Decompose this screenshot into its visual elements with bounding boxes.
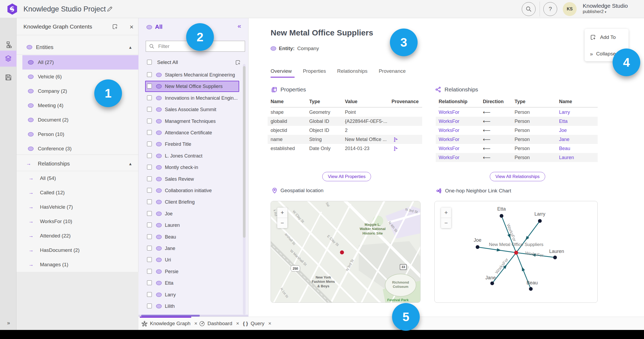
vertical-scrollbar-thumb[interactable] — [243, 66, 246, 238]
item-checkbox[interactable] — [147, 269, 152, 274]
sidebar-item-entity[interactable]: Meeting (4) — [17, 98, 138, 113]
item-checkbox[interactable] — [147, 246, 152, 251]
close-icon[interactable]: ✕ — [236, 321, 239, 326]
table-link[interactable]: Joe — [559, 128, 567, 133]
item-checkbox[interactable] — [147, 95, 152, 100]
list-item[interactable]: Client Briefing — [138, 196, 248, 208]
sidebar-item-relationship[interactable]: →HasDocument (2) — [17, 243, 138, 257]
sidebar-item-relationship[interactable]: →Called (12) — [17, 185, 138, 200]
collapse-panel-icon[interactable]: « — [238, 22, 241, 30]
item-checkbox[interactable] — [147, 257, 152, 262]
zoom-out-button[interactable]: − — [441, 218, 451, 228]
tab-overview[interactable]: Overview — [271, 68, 292, 76]
zoom-in-button[interactable]: + — [441, 208, 451, 218]
list-item[interactable]: Joe — [138, 208, 248, 219]
item-checkbox[interactable] — [147, 142, 152, 146]
map-widget[interactable]: k RdW Clay StSalMaggie L. Walker Nationa… — [271, 201, 421, 303]
item-checkbox[interactable] — [147, 153, 152, 158]
item-checkbox[interactable] — [147, 84, 152, 88]
table-link[interactable]: WorksFor — [439, 155, 459, 160]
item-checkbox[interactable] — [147, 234, 152, 239]
sidebar-item-entity[interactable]: Document (2) — [17, 113, 138, 127]
chart-center-node[interactable] — [514, 251, 518, 255]
item-checkbox[interactable] — [147, 199, 152, 204]
close-icon[interactable]: ✕ — [268, 321, 272, 326]
list-item[interactable]: Sales Review — [138, 173, 248, 185]
item-checkbox[interactable] — [147, 223, 152, 227]
zoom-out-button[interactable]: − — [277, 218, 287, 228]
chevron-up-icon[interactable]: ▲ — [128, 162, 132, 166]
item-checkbox[interactable] — [147, 211, 152, 216]
close-icon[interactable]: ✕ — [129, 24, 134, 30]
item-checkbox[interactable] — [147, 188, 152, 193]
list-item[interactable]: Staplers Mechanical Engineering — [138, 69, 248, 80]
item-checkbox[interactable] — [147, 119, 152, 123]
close-icon[interactable]: ✕ — [194, 321, 198, 326]
table-link[interactable]: WorksFor — [439, 119, 459, 124]
table-link[interactable]: Jane — [559, 137, 569, 142]
add-to-new-icon[interactable] — [112, 23, 118, 30]
table-link[interactable]: WorksFor — [439, 146, 459, 151]
list-item[interactable]: L. Jones Contract — [138, 150, 248, 162]
sidebar-item-relationship[interactable]: →Manages (1) — [17, 257, 138, 272]
chart-node[interactable] — [538, 219, 542, 223]
item-checkbox[interactable] — [147, 130, 152, 135]
sidebar-item-entity[interactable]: Vehicle (6) — [17, 70, 138, 84]
rail-item-schema[interactable] — [0, 37, 17, 53]
add-to-new-icon[interactable] — [235, 59, 241, 66]
chart-node[interactable] — [553, 256, 557, 259]
tab-properties[interactable]: Properties — [303, 68, 326, 76]
item-checkbox[interactable] — [147, 292, 152, 297]
list-item[interactable]: Collaboration initiative — [138, 185, 248, 196]
provenance-flag-icon[interactable] — [394, 137, 398, 142]
provenance-flag-icon[interactable] — [394, 146, 398, 151]
item-checkbox[interactable] — [147, 176, 152, 181]
table-link[interactable]: WorksFor — [439, 137, 459, 142]
tab-relationships[interactable]: Relationships — [337, 68, 368, 76]
table-link[interactable]: Lauren — [559, 155, 574, 160]
collapse-button[interactable]: » Collapse — [590, 50, 616, 58]
tab-provenance[interactable]: Provenance — [379, 68, 406, 76]
list-item[interactable]: Uri — [138, 254, 248, 265]
table-link[interactable]: Etta — [559, 119, 568, 124]
sidebar-item-entity[interactable]: Person (10) — [17, 127, 138, 142]
view-tab-dashboard[interactable]: Dashboard✕ — [199, 317, 239, 330]
list-item[interactable]: Attendance Certificate — [138, 127, 248, 138]
chevron-up-icon[interactable]: ▲ — [128, 45, 132, 50]
user-menu[interactable]: Knowledge Studio publisher2▾ — [583, 3, 628, 14]
link-chart-widget[interactable]: EttaLarryJoeLaurenJaneBeauNew Metal Offi… — [434, 201, 598, 303]
select-all-checkbox[interactable] — [147, 60, 152, 64]
horizontal-scrollbar-thumb[interactable] — [141, 315, 200, 317]
list-item[interactable]: Lauren — [138, 220, 248, 231]
list-item[interactable]: Larry — [138, 289, 248, 300]
relationships-section-header[interactable]: → Relationships ▲ — [17, 156, 138, 171]
list-item[interactable]: Lilith — [138, 301, 248, 312]
list-item[interactable]: Etta — [138, 277, 248, 289]
sidebar-item-entity[interactable]: Conference (3) — [17, 142, 138, 156]
chart-node[interactable] — [529, 287, 533, 291]
add-to-button[interactable]: Add To — [590, 33, 616, 42]
view-all-properties-button[interactable]: View All Properties — [322, 172, 371, 181]
list-item[interactable]: Persie — [138, 266, 248, 277]
table-link[interactable]: WorksFor — [439, 110, 459, 115]
rail-item-contents[interactable] — [0, 51, 17, 67]
list-item[interactable]: Firebird Title — [138, 139, 248, 150]
list-item[interactable]: Montly check-in — [138, 162, 248, 173]
chart-node[interactable] — [476, 245, 479, 249]
rail-item-save[interactable] — [0, 69, 17, 85]
zoom-in-button[interactable]: + — [277, 208, 287, 218]
view-all-relationships-button[interactable]: View All Relationships — [490, 172, 545, 181]
chart-node[interactable] — [490, 281, 494, 285]
entities-section-header[interactable]: Entities ▲ — [17, 40, 138, 55]
item-checkbox[interactable] — [147, 165, 152, 170]
list-item[interactable]: Jane — [138, 243, 248, 254]
item-checkbox[interactable] — [147, 280, 152, 285]
sidebar-item-relationship[interactable]: →HasVehicle (7) — [17, 200, 138, 214]
list-item[interactable]: Innovations in Mechanical Engin... — [138, 92, 248, 104]
list-item[interactable]: Sales Associate Summit — [138, 104, 248, 115]
sidebar-item-relationship[interactable]: →All (54) — [17, 171, 138, 185]
view-tab-knowledge-graph[interactable]: Knowledge Graph✕ — [142, 317, 198, 330]
search-button[interactable] — [522, 2, 536, 16]
avatar[interactable]: KS — [563, 2, 577, 16]
list-item[interactable]: New Metal Office Suppliers — [138, 81, 248, 92]
